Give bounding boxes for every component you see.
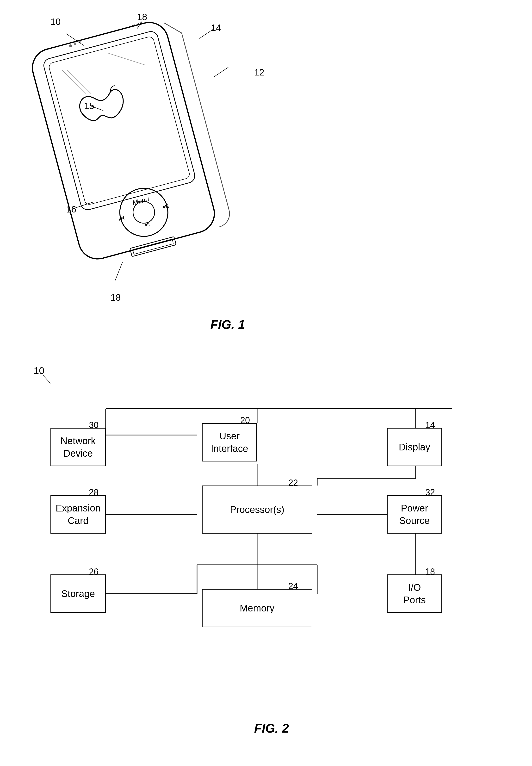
user-interface-block: UserInterface bbox=[202, 423, 257, 461]
svg-rect-2 bbox=[48, 36, 191, 206]
svg-rect-0 bbox=[28, 18, 219, 263]
svg-line-4 bbox=[67, 66, 91, 98]
svg-text:Menu: Menu bbox=[132, 195, 150, 207]
svg-line-21 bbox=[214, 67, 228, 77]
fig1-label: FIG. 1 bbox=[210, 317, 245, 332]
fig2-label: FIG. 2 bbox=[254, 721, 289, 735]
ref-24: 24 bbox=[288, 581, 298, 591]
svg-point-15 bbox=[74, 42, 76, 45]
ref-30: 30 bbox=[89, 420, 99, 430]
expansion-card-block: ExpansionCard bbox=[50, 495, 106, 534]
storage-block: Storage bbox=[50, 574, 106, 613]
fig2-container: 10 Networ bbox=[19, 361, 524, 745]
io-ports-block: I/OPorts bbox=[387, 574, 442, 613]
processors-block: Processor(s) bbox=[202, 486, 312, 534]
power-source-block: PowerSource bbox=[387, 495, 442, 534]
ref-22: 22 bbox=[288, 478, 298, 488]
ref-14-fig2: 14 bbox=[425, 420, 435, 430]
ref-28: 28 bbox=[89, 487, 99, 498]
svg-text:⏮: ⏮ bbox=[118, 214, 126, 222]
fig1-container: 10 18 14 12 15 16 18 bbox=[19, 10, 284, 334]
ref-20: 20 bbox=[240, 415, 250, 425]
svg-line-5 bbox=[107, 44, 146, 74]
svg-line-20 bbox=[199, 29, 214, 38]
svg-line-24 bbox=[115, 262, 123, 281]
ref-18-fig2: 18 bbox=[425, 567, 435, 577]
svg-text:⏭: ⏭ bbox=[162, 202, 170, 211]
diagram-connections bbox=[19, 361, 524, 745]
ref-26: 26 bbox=[89, 567, 99, 577]
memory-block: Memory bbox=[202, 589, 312, 627]
svg-line-22 bbox=[90, 106, 103, 111]
svg-point-6 bbox=[114, 183, 173, 242]
svg-point-14 bbox=[69, 44, 73, 48]
ref-32: 32 bbox=[425, 487, 435, 498]
svg-line-3 bbox=[62, 66, 86, 98]
network-device-block: NetworkDevice bbox=[50, 428, 106, 466]
display-block: Display bbox=[387, 428, 442, 466]
ipod-drawing: Menu ⏮ ⏭ ⏯ bbox=[19, 10, 260, 317]
